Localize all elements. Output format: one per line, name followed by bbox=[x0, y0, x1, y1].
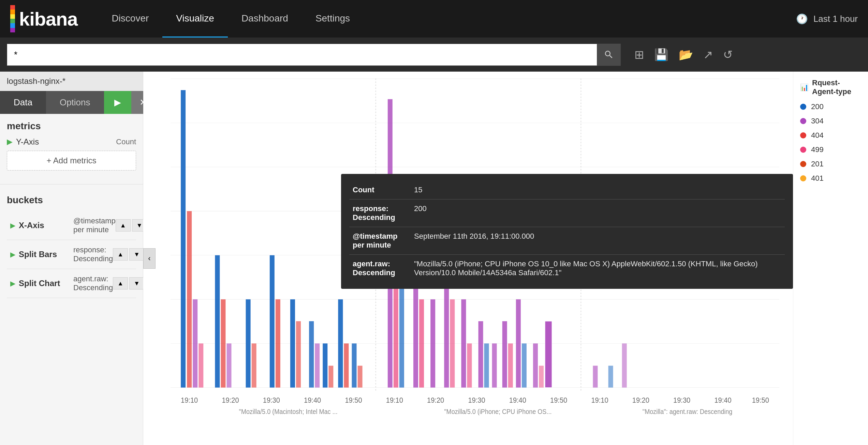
tooltip-key-response: response: Descending bbox=[349, 199, 411, 227]
top-nav: kibana Discover Visualize Dashboard Sett… bbox=[0, 0, 868, 38]
svg-rect-60 bbox=[608, 366, 613, 387]
legend-title-text: Rquest-Agent-type bbox=[812, 78, 861, 96]
xaxis-arrow: ▶ bbox=[10, 221, 15, 229]
nav-visualize[interactable]: Visualize bbox=[162, 0, 228, 38]
toolbar-icons: ⊞ 💾 📂 ↗ ↺ bbox=[634, 48, 733, 61]
tooltip-val-agent: "Mozilla/5.0 (iPhone; CPU iPhone OS 10_0… bbox=[411, 255, 785, 282]
svg-rect-38 bbox=[358, 366, 363, 387]
save-icon[interactable]: 💾 bbox=[654, 48, 668, 61]
nav-discover[interactable]: Discover bbox=[98, 0, 162, 38]
svg-rect-31 bbox=[309, 321, 314, 388]
splitbars-up[interactable]: ▲ bbox=[113, 248, 128, 261]
svg-rect-29 bbox=[290, 299, 295, 388]
svg-text:19:10: 19:10 bbox=[181, 396, 198, 404]
svg-rect-54 bbox=[516, 299, 521, 388]
search-input-wrap bbox=[7, 44, 621, 66]
tab-options[interactable]: Options bbox=[46, 91, 104, 114]
svg-rect-55 bbox=[522, 343, 527, 387]
collapse-sidebar-btn[interactable]: ‹ bbox=[143, 248, 156, 269]
buckets-title: buckets bbox=[7, 195, 136, 206]
tab-data[interactable]: Data bbox=[0, 91, 46, 114]
svg-rect-47 bbox=[461, 299, 466, 388]
legend-val-499: 499 bbox=[811, 145, 824, 154]
y-axis-count: Count bbox=[116, 137, 136, 146]
svg-rect-35 bbox=[338, 299, 343, 388]
splitbars-desc: response: Descending bbox=[73, 246, 113, 263]
legend-item-200: 200 bbox=[800, 102, 861, 111]
svg-rect-37 bbox=[352, 343, 356, 387]
svg-text:19:30: 19:30 bbox=[673, 396, 690, 404]
bucket-splitchart: ▶ Split Chart agent.raw: Descending ▲ ▼ … bbox=[7, 269, 136, 298]
open-icon[interactable]: 📂 bbox=[679, 48, 693, 61]
svg-rect-28 bbox=[276, 299, 280, 388]
tooltip-val-timestamp: September 11th 2016, 19:11:00.000 bbox=[411, 227, 785, 255]
svg-rect-61 bbox=[622, 343, 627, 387]
nav-time[interactable]: 🕐 Last 1 hour bbox=[796, 13, 858, 25]
splitbars-down[interactable]: ▼ bbox=[129, 248, 144, 261]
main-layout: logstash-nginx-* Data Options ▶ ✕ metric… bbox=[0, 72, 868, 445]
svg-rect-20 bbox=[193, 299, 197, 388]
clock-icon: 🕐 bbox=[796, 13, 808, 25]
run-button[interactable]: ▶ bbox=[104, 91, 131, 114]
svg-text:19:10: 19:10 bbox=[386, 396, 403, 404]
tooltip-key-agent: agent.raw: Descending bbox=[349, 255, 411, 282]
kibana-logo: kibana bbox=[10, 5, 77, 32]
svg-rect-44 bbox=[430, 299, 435, 388]
splitchart-up[interactable]: ▲ bbox=[113, 277, 128, 290]
search-input[interactable] bbox=[7, 44, 621, 66]
logo-text: kibana bbox=[19, 8, 77, 30]
tooltip-key-count: Count bbox=[349, 181, 411, 199]
svg-rect-23 bbox=[221, 299, 225, 388]
svg-text:19:40: 19:40 bbox=[714, 396, 731, 404]
legend-dot-304 bbox=[800, 118, 806, 124]
bucket-splitbars: ▶ Split Bars response: Descending ▲ ▼ ✕ bbox=[7, 240, 136, 269]
svg-rect-46 bbox=[450, 299, 455, 388]
svg-text:19:40: 19:40 bbox=[509, 396, 526, 404]
legend-item-201: 201 bbox=[800, 160, 861, 168]
svg-rect-53 bbox=[508, 343, 513, 387]
splitchart-down[interactable]: ▼ bbox=[129, 277, 144, 290]
chart-area: ‹ 0 10 20 30 40 50 60 70 bbox=[143, 72, 793, 445]
nav-dashboard[interactable]: Dashboard bbox=[228, 0, 302, 38]
refresh-icon[interactable]: ↺ bbox=[723, 48, 733, 61]
splitchart-desc: agent.raw: Descending bbox=[73, 275, 113, 292]
buckets-section: buckets ▶ X-Axis @timestamp per minute ▲… bbox=[0, 188, 143, 301]
legend-item-401: 401 bbox=[800, 174, 861, 183]
tooltip-val-response: 200 bbox=[411, 199, 785, 227]
svg-text:19:30: 19:30 bbox=[468, 396, 485, 404]
legend-dot-401 bbox=[800, 175, 806, 181]
svg-text:19:20: 19:20 bbox=[222, 396, 239, 404]
svg-rect-25 bbox=[246, 299, 251, 388]
svg-rect-50 bbox=[484, 343, 489, 387]
legend-item-404: 404 bbox=[800, 131, 861, 140]
svg-text:19:20: 19:20 bbox=[427, 396, 444, 404]
svg-rect-26 bbox=[252, 343, 256, 387]
search-icon bbox=[604, 49, 614, 60]
svg-rect-21 bbox=[198, 343, 203, 387]
svg-rect-24 bbox=[226, 343, 231, 387]
legend-item-499: 499 bbox=[800, 145, 861, 154]
legend-dot-404 bbox=[800, 132, 806, 138]
xaxis-up[interactable]: ▲ bbox=[116, 219, 131, 232]
legend-dot-201 bbox=[800, 161, 806, 167]
svg-rect-57 bbox=[539, 366, 544, 387]
legend-title: 📊 Rquest-Agent-type bbox=[800, 78, 861, 96]
add-metrics-button[interactable]: + Add metrics bbox=[7, 151, 136, 170]
svg-rect-48 bbox=[467, 343, 472, 387]
new-icon[interactable]: ⊞ bbox=[634, 48, 644, 61]
svg-rect-52 bbox=[502, 321, 507, 388]
svg-text:19:20: 19:20 bbox=[632, 396, 649, 404]
nav-settings[interactable]: Settings bbox=[302, 0, 364, 38]
svg-rect-27 bbox=[270, 255, 275, 388]
svg-rect-19 bbox=[187, 211, 192, 387]
legend-val-200: 200 bbox=[811, 102, 824, 111]
legend-val-404: 404 bbox=[811, 131, 824, 140]
share-icon[interactable]: ↗ bbox=[703, 48, 713, 61]
bar-chart-icon: 📊 bbox=[800, 83, 809, 91]
tooltip-key-timestamp: @timestamp per minute bbox=[349, 227, 411, 255]
svg-text:19:30: 19:30 bbox=[263, 396, 280, 404]
tooltip-val-count: 15 bbox=[411, 181, 785, 199]
legend-dot-200 bbox=[800, 104, 806, 110]
svg-rect-49 bbox=[479, 321, 483, 388]
search-button[interactable] bbox=[597, 44, 621, 66]
